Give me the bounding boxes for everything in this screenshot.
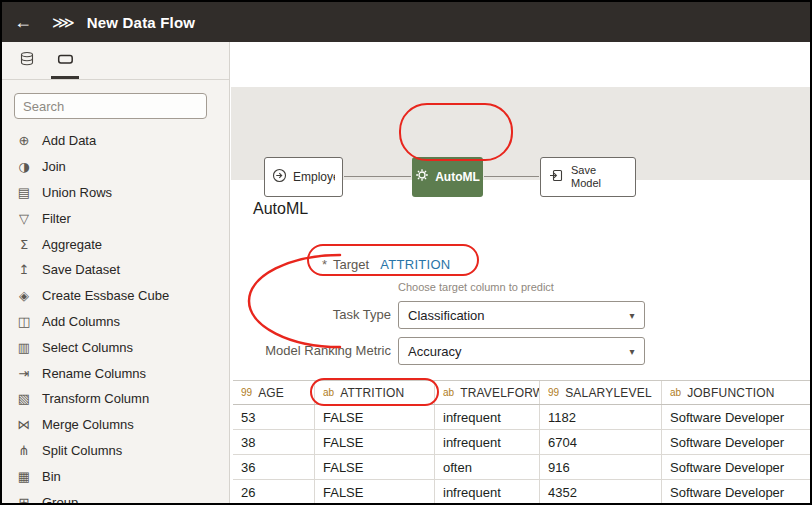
sidebar-item-union-rows[interactable]: ▤Union Rows — [2, 180, 229, 206]
back-button[interactable]: ← — [2, 2, 44, 42]
join-icon: ◑ — [15, 159, 33, 174]
header-bar: ← ⋙ New Data Flow — [2, 2, 810, 42]
save-dataset-icon: ↥ — [15, 262, 33, 277]
sidebar-item-save-dataset[interactable]: ↥Save Dataset — [2, 257, 229, 283]
group-icon: ⊞ — [15, 495, 33, 505]
sidebar: ⊕Add Data ◑Join ▤Union Rows ▽Filter ΣAgg… — [2, 42, 230, 505]
automl-step-icon — [415, 168, 429, 186]
add-columns-icon: ◫ — [15, 314, 33, 329]
union-rows-icon: ▤ — [15, 185, 33, 200]
search-input[interactable] — [14, 93, 207, 119]
model-ranking-metric-select[interactable]: Accuracy ▾ — [398, 337, 645, 365]
page-title: New Data Flow — [87, 14, 195, 31]
sidebar-item-create-essbase-cube[interactable]: ◈Create Essbase Cube — [2, 283, 229, 309]
sidebar-item-rename-columns[interactable]: ⇥Rename Columns — [2, 360, 229, 386]
text-type-icon: ab — [443, 387, 454, 398]
data-preview-table: 99AGE abATTRITION abTRAVELFORW... 99SALA… — [233, 380, 812, 505]
main-area: Employee... AutoML Save Model AutoML * T… — [231, 42, 812, 505]
connector-line — [484, 176, 539, 177]
sidebar-item-merge-columns[interactable]: ⋈Merge Columns — [2, 412, 229, 438]
panel-title: AutoML — [253, 200, 308, 218]
node-save-model[interactable]: Save Model — [540, 157, 636, 197]
sidebar-tabs — [2, 42, 229, 80]
sidebar-item-filter[interactable]: ▽Filter — [2, 205, 229, 231]
back-arrow-icon: ← — [14, 12, 32, 33]
chevron-down-icon: ▾ — [620, 346, 644, 357]
search-box — [14, 93, 217, 119]
column-header-travelforwork[interactable]: abTRAVELFORW... — [435, 381, 540, 404]
add-data-icon: ⊕ — [15, 133, 33, 148]
chevron-down-icon: ▾ — [620, 310, 644, 321]
merge-columns-icon: ⋈ — [15, 417, 33, 432]
split-columns-icon: ⋔ — [15, 443, 33, 458]
step-list: ⊕Add Data ◑Join ▤Union Rows ▽Filter ΣAgg… — [2, 128, 229, 505]
sidebar-item-add-columns[interactable]: ◫Add Columns — [2, 309, 229, 335]
numeric-type-icon: 99 — [241, 387, 252, 398]
text-type-icon: ab — [670, 387, 681, 398]
target-help-text: Choose target column to predict — [398, 281, 554, 293]
target-value[interactable]: ATTRITION — [380, 257, 450, 272]
table-header-row: 99AGE abATTRITION abTRAVELFORW... 99SALA… — [233, 380, 812, 405]
target-label: Target — [333, 257, 369, 272]
bin-icon: ▦ — [15, 469, 33, 484]
table-row: 53 FALSE infrequent 1182 Software Develo… — [233, 405, 812, 430]
model-ranking-metric-label: Model Ranking Metric — [231, 337, 391, 365]
rename-columns-icon: ⇥ — [15, 366, 33, 381]
transform-column-icon: ▧ — [15, 391, 33, 406]
essbase-cube-icon: ◈ — [15, 288, 33, 303]
node-employee-source[interactable]: Employee... — [264, 157, 343, 197]
sidebar-item-aggregate[interactable]: ΣAggregate — [2, 231, 229, 257]
numeric-type-icon: 99 — [548, 387, 559, 398]
target-field: * Target ATTRITION — [322, 253, 451, 275]
sidebar-item-join[interactable]: ◑Join — [2, 154, 229, 180]
column-header-jobfunction[interactable]: abJOBFUNCTION — [662, 381, 812, 404]
sidebar-item-add-data[interactable]: ⊕Add Data — [2, 128, 229, 154]
text-type-icon: ab — [323, 387, 334, 398]
required-mark: * — [322, 257, 327, 272]
tab-datasets[interactable] — [8, 42, 46, 79]
node-automl[interactable]: AutoML — [412, 157, 483, 197]
task-type-label: Task Type — [231, 301, 391, 329]
sidebar-item-transform-column[interactable]: ▧Transform Column — [2, 386, 229, 412]
table-row: 36 FALSE often 916 Software Developer — [233, 455, 812, 480]
sidebar-item-split-columns[interactable]: ⋔Split Columns — [2, 438, 229, 464]
column-header-age[interactable]: 99AGE — [233, 381, 315, 404]
data-flow-icon: ⋙ — [52, 13, 75, 32]
sidebar-item-select-columns[interactable]: ▥Select Columns — [2, 334, 229, 360]
table-row: 38 FALSE infrequent 6704 Software Develo… — [233, 430, 812, 455]
source-step-icon — [272, 168, 287, 187]
flow-diagram: Employee... AutoML Save Model — [231, 87, 812, 180]
save-model-step-icon — [549, 168, 564, 187]
datasets-icon — [19, 51, 35, 71]
flow-steps-icon — [57, 51, 74, 71]
tab-flow-steps[interactable] — [46, 42, 84, 79]
column-header-salarylevel[interactable]: 99SALARYLEVEL — [540, 381, 662, 404]
column-header-attrition[interactable]: abATTRITION — [315, 381, 435, 404]
table-row: 26 FALSE infrequent 4352 Software Develo… — [233, 480, 812, 505]
sidebar-item-bin[interactable]: ▦Bin — [2, 463, 229, 489]
app-window: ← ⋙ New Data Flow ⊕Add Data ◑Join ▤Union… — [0, 0, 812, 505]
connector-line — [344, 176, 411, 177]
aggregate-icon: Σ — [15, 237, 33, 252]
filter-icon: ▽ — [15, 211, 33, 226]
select-columns-icon: ▥ — [15, 340, 33, 355]
task-type-select[interactable]: Classification ▾ — [398, 301, 645, 329]
sidebar-item-group[interactable]: ⊞Group — [2, 489, 229, 505]
